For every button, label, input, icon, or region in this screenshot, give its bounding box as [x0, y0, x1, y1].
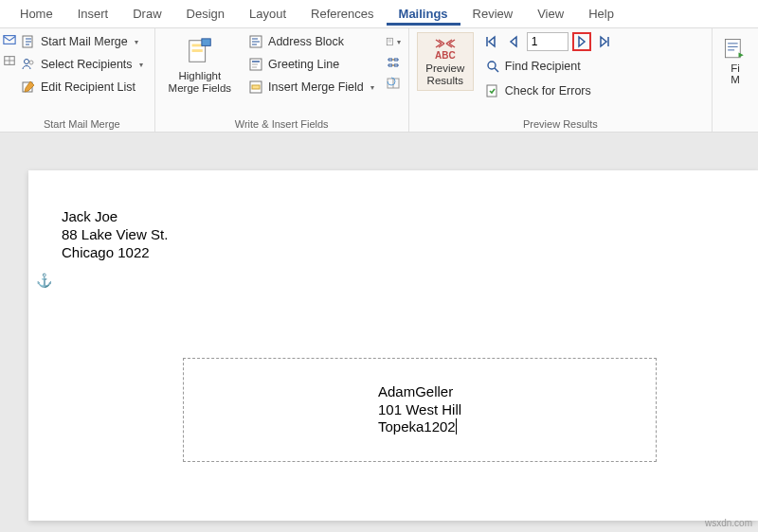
preview-results-button[interactable]: ABC Preview Results — [417, 32, 474, 91]
watermark: wsxdn.com — [705, 518, 752, 528]
record-number-input[interactable] — [527, 32, 568, 51]
address-block-label: Address Block — [268, 35, 344, 48]
tab-view[interactable]: View — [525, 2, 576, 26]
recipients-icon — [21, 57, 36, 72]
svg-rect-9 — [191, 44, 202, 47]
greeting-icon — [248, 57, 263, 72]
tab-layout[interactable]: Layout — [237, 2, 298, 26]
finish-sub: M — [731, 74, 740, 85]
svg-line-20 — [495, 68, 498, 72]
highlight-fields-icon — [185, 36, 215, 66]
record-navigation — [481, 32, 614, 51]
highlight-fields-label: Highlight Merge Fields — [169, 70, 231, 95]
address-block-button[interactable]: Address Block — [244, 32, 378, 51]
search-icon — [485, 59, 500, 74]
select-recipients-label: Select Recipients — [41, 58, 133, 71]
find-recipient-button[interactable]: Find Recipient — [481, 57, 614, 76]
prev-record-button[interactable] — [504, 32, 523, 51]
last-record-button[interactable] — [595, 32, 614, 51]
group-label-start: Start Mail Merge — [17, 116, 147, 130]
document-canvas[interactable]: Jack Joe 88 Lake View St. Chicago 1022 ⚓… — [0, 133, 758, 532]
recipient-address[interactable]: AdamGeller 101 West Hill Topeka1202 — [378, 383, 461, 436]
recipient-line2: 101 West Hill — [378, 401, 461, 419]
greeting-line-label: Greeting Line — [268, 58, 339, 71]
edit-recipient-list-button[interactable]: Edit Recipient List — [17, 78, 147, 97]
check-errors-icon — [485, 83, 500, 98]
highlight-merge-fields-button[interactable]: Highlight Merge Fields — [163, 32, 237, 98]
group-start-mail-merge: Start Mail Merge ▾ Select Recipients ▾ E… — [9, 28, 155, 132]
tab-review[interactable]: Review — [460, 2, 526, 26]
ribbon: Start Mail Merge ▾ Select Recipients ▾ E… — [0, 28, 758, 133]
start-mail-merge-button[interactable]: Start Mail Merge ▾ — [17, 32, 147, 51]
insert-field-icon — [248, 80, 263, 95]
greeting-line-button[interactable]: Greeting Line — [244, 55, 378, 74]
tab-help[interactable]: Help — [576, 2, 626, 26]
select-recipients-button[interactable]: Select Recipients ▾ — [17, 55, 147, 74]
anchor-icon: ⚓ — [36, 273, 52, 288]
find-recipient-label: Find Recipient — [505, 60, 581, 73]
preview-abc-label: ABC — [435, 50, 456, 61]
group-label-write: Write & Insert Fields — [163, 116, 401, 130]
match-fields-icon[interactable] — [386, 55, 401, 70]
edit-list-icon — [21, 80, 36, 95]
preview-arrows-icon — [433, 37, 458, 50]
tab-draw[interactable]: Draw — [120, 2, 173, 26]
svg-point-6 — [29, 61, 33, 64]
recipient-address-frame[interactable]: AdamGeller 101 West Hill Topeka1202 — [183, 358, 657, 462]
return-address[interactable]: Jack Joe 88 Lake View St. Chicago 1022 — [62, 208, 758, 261]
tab-references[interactable]: References — [298, 2, 386, 26]
return-line1: Jack Joe — [62, 208, 758, 226]
tab-design[interactable]: Design — [174, 2, 237, 26]
group-write-insert: Highlight Merge Fields Address Block Gre… — [155, 28, 409, 132]
insert-merge-field-label: Insert Merge Field — [268, 80, 364, 94]
edit-recipient-list-label: Edit Recipient List — [41, 80, 135, 94]
svg-rect-11 — [202, 39, 210, 46]
tab-home[interactable]: Home — [8, 2, 65, 26]
address-block-icon — [248, 34, 263, 49]
chevron-down-icon: ▾ — [370, 83, 374, 92]
svg-rect-22 — [726, 40, 741, 58]
svg-point-5 — [25, 60, 29, 64]
update-labels-icon[interactable] — [386, 76, 401, 91]
svg-point-19 — [488, 62, 496, 69]
finish-label: Fi — [731, 62, 740, 74]
first-record-button[interactable] — [481, 32, 500, 51]
recipient-line3: Topeka1202 — [378, 418, 456, 434]
next-record-button[interactable] — [572, 32, 591, 51]
check-errors-button[interactable]: Check for Errors — [481, 81, 614, 100]
svg-rect-15 — [252, 85, 260, 89]
preview-results-label: Preview Results — [425, 62, 464, 86]
tab-mailings[interactable]: Mailings — [387, 2, 460, 26]
chevron-down-icon: ▾ — [139, 61, 143, 69]
ribbon-edge-left — [0, 28, 9, 132]
rules-icon[interactable]: ▾ — [386, 34, 401, 49]
text-cursor — [456, 418, 457, 434]
start-mail-merge-label: Start Mail Merge — [41, 35, 128, 48]
return-line3: Chicago 1022 — [62, 244, 758, 262]
group-preview-results: ABC Preview Results Find Recipient C — [409, 28, 713, 132]
ribbon-tab-bar: Home Insert Draw Design Layout Reference… — [0, 0, 758, 28]
group-finish: Fi M — [713, 28, 758, 132]
tab-insert[interactable]: Insert — [65, 2, 121, 26]
svg-rect-21 — [487, 85, 496, 97]
svg-rect-10 — [191, 49, 202, 52]
group-label-preview: Preview Results — [417, 116, 704, 130]
mail-merge-icon — [21, 34, 36, 49]
finish-merge-button[interactable]: Fi M — [720, 32, 750, 89]
finish-merge-icon — [722, 36, 749, 62]
check-errors-label: Check for Errors — [505, 84, 591, 98]
insert-merge-field-button[interactable]: Insert Merge Field ▾ — [244, 78, 378, 97]
return-line2: 88 Lake View St. — [62, 226, 758, 244]
chevron-down-icon: ▾ — [135, 38, 138, 46]
envelope-page[interactable]: Jack Joe 88 Lake View St. Chicago 1022 ⚓… — [28, 170, 758, 521]
recipient-line1: AdamGeller — [378, 383, 461, 401]
